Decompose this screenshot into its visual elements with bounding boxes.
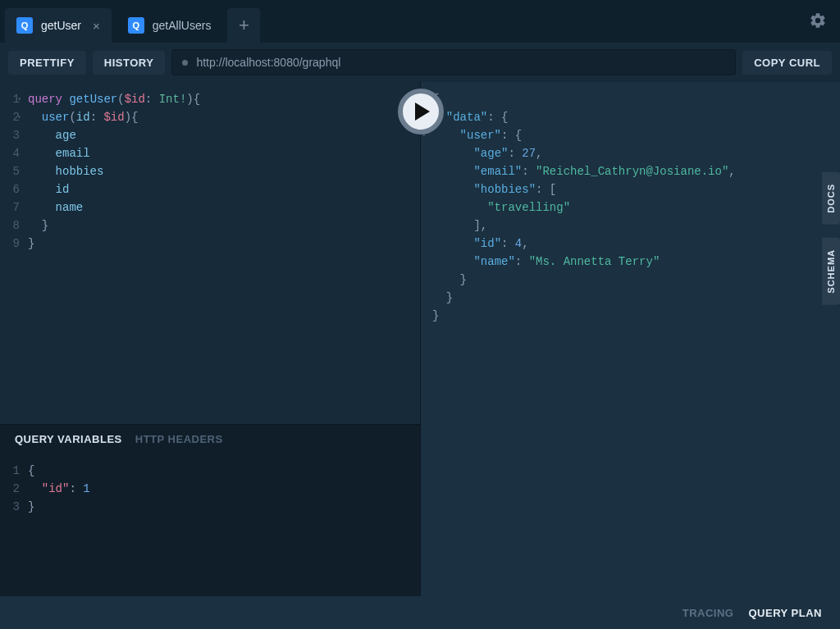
- gear-icon[interactable]: [809, 11, 827, 34]
- footer-tabs: TRACING QUERY PLAN: [0, 596, 840, 629]
- tab-getuser[interactable]: Q getUser ×: [5, 8, 112, 43]
- response-pane: ▾ ▾ ▾ { "data": { "user": { "age": 27, "…: [420, 82, 840, 596]
- tab-query-plan[interactable]: QUERY PLAN: [748, 607, 822, 619]
- close-icon[interactable]: ×: [93, 19, 100, 33]
- query-pane: 1▾ 2▾ 3 4 5 6 7 8 9 query getUser($id: I…: [0, 82, 420, 596]
- tab-label: getUser: [41, 19, 81, 32]
- execute-button[interactable]: [398, 89, 444, 134]
- fold-icon[interactable]: ▾: [17, 108, 21, 126]
- new-tab-button[interactable]: +: [227, 8, 260, 43]
- tab-tracing[interactable]: TRACING: [682, 607, 734, 619]
- endpoint-url: http://localhost:8080/graphql: [196, 56, 340, 69]
- schema-tab[interactable]: SCHEMA: [822, 238, 840, 305]
- fold-gutter: ▾ ▾ ▾: [421, 90, 432, 596]
- tab-query-variables[interactable]: QUERY VARIABLES: [15, 433, 122, 445]
- tab-label: getAllUsers: [153, 19, 212, 32]
- toolbar: PRETTIFY HISTORY http://localhost:8080/g…: [0, 43, 840, 82]
- status-dot-icon: [182, 60, 188, 66]
- tabs-bar: Q getUser × Q getAllUsers +: [0, 0, 840, 43]
- query-icon: Q: [128, 17, 144, 34]
- variables-editor[interactable]: 1 2 3 { "id": 1 }: [0, 454, 420, 516]
- variables-code[interactable]: { "id": 1 }: [28, 462, 90, 516]
- tab-http-headers[interactable]: HTTP HEADERS: [135, 433, 223, 445]
- variables-tabs: QUERY VARIABLES HTTP HEADERS: [0, 425, 420, 454]
- main-panes: 1▾ 2▾ 3 4 5 6 7 8 9 query getUser($id: I…: [0, 82, 840, 596]
- tab-getallusers[interactable]: Q getAllUsers: [116, 8, 223, 43]
- history-button[interactable]: HISTORY: [93, 51, 166, 75]
- query-code[interactable]: query getUser($id: Int!){ user(id: $id){…: [28, 90, 200, 424]
- copy-curl-button[interactable]: COPY CURL: [742, 51, 832, 75]
- response-code[interactable]: { "data": { "user": { "age": 27, "email"…: [432, 90, 736, 596]
- endpoint-input[interactable]: http://localhost:8080/graphql: [171, 49, 736, 75]
- variables-pane: QUERY VARIABLES HTTP HEADERS 1 2 3 { "id…: [0, 424, 420, 596]
- line-gutter: 1 2 3: [0, 462, 28, 516]
- line-gutter: 1▾ 2▾ 3 4 5 6 7 8 9: [0, 90, 28, 424]
- docs-tab[interactable]: DOCS: [822, 172, 840, 225]
- query-icon: Q: [16, 17, 33, 34]
- query-editor[interactable]: 1▾ 2▾ 3 4 5 6 7 8 9 query getUser($id: I…: [0, 82, 420, 424]
- fold-icon[interactable]: ▾: [17, 90, 21, 108]
- prettify-button[interactable]: PRETTIFY: [8, 51, 86, 75]
